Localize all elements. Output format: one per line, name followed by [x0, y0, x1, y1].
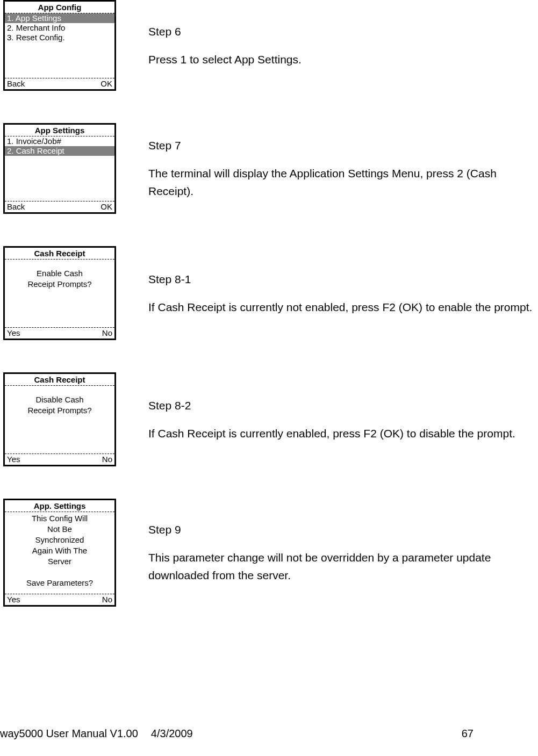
message-line: Server	[9, 556, 110, 567]
menu-item[interactable]: 2. Cash Receipt	[5, 146, 114, 156]
step-row: Cash ReceiptDisable CashReceipt Prompts?…	[0, 372, 538, 466]
terminal-screen: App Config1. App Settings2. Merchant Inf…	[3, 0, 116, 91]
softkey-left[interactable]: Yes	[7, 594, 20, 605]
screen-footer: YesNo	[5, 327, 114, 339]
softkey-left[interactable]: Yes	[7, 328, 20, 339]
footer-manual: way5000 User Manual V1.00	[0, 728, 138, 740]
message-line	[9, 567, 110, 578]
screen-message: Enable CashReceipt Prompts?	[5, 260, 114, 327]
screen-body: Disable CashReceipt Prompts?	[5, 386, 114, 453]
menu-item[interactable]: 2. Merchant Info	[5, 23, 114, 33]
message-line: Disable Cash	[9, 394, 110, 405]
footer-page-number: 67	[462, 728, 474, 740]
step-description: Step 7The terminal will display the Appl…	[148, 136, 538, 200]
screen-title: Cash Receipt	[5, 248, 114, 260]
step-title: Step 8-2	[148, 397, 538, 415]
screen-body: Enable CashReceipt Prompts?	[5, 260, 114, 327]
footer-date: 4/3/2009	[151, 728, 193, 740]
terminal-screen: Cash ReceiptEnable CashReceipt Prompts?Y…	[3, 246, 116, 340]
screen-body: 1. Invoice/Job#2. Cash Receipt	[5, 136, 114, 201]
menu-item[interactable]: 1. Invoice/Job#	[5, 136, 114, 146]
menu-item[interactable]: 3. Reset Config.	[5, 33, 114, 42]
step-description: Step 9This parameter change will not be …	[148, 521, 538, 585]
screen-body: 1. App Settings2. Merchant Info3. Reset …	[5, 13, 114, 78]
screen-footer: BackOK	[5, 78, 114, 89]
step-description: Step 8-1If Cash Receipt is currently not…	[148, 270, 538, 316]
step-row: App. SettingsThis Config WillNot BeSynch…	[0, 499, 538, 607]
softkey-left[interactable]: Back	[7, 201, 25, 212]
step-title: Step 7	[148, 136, 538, 155]
screen-footer: YesNo	[5, 453, 114, 465]
step-text: If Cash Receipt is currently not enabled…	[148, 298, 538, 316]
menu-list: 1. App Settings2. Merchant Info3. Reset …	[5, 13, 114, 78]
screen-message: Disable CashReceipt Prompts?	[5, 386, 114, 453]
menu-item[interactable]: 1. App Settings	[5, 13, 114, 23]
message-line: Save Parameters?	[9, 578, 110, 588]
step-row: Cash ReceiptEnable CashReceipt Prompts?Y…	[0, 246, 538, 340]
softkey-right[interactable]: No	[102, 454, 112, 465]
softkey-right[interactable]: No	[102, 594, 112, 605]
screen-footer: YesNo	[5, 594, 114, 605]
step-text: This parameter change will not be overri…	[148, 549, 538, 585]
message-line: Receipt Prompts?	[9, 279, 110, 290]
terminal-screen: App. SettingsThis Config WillNot BeSynch…	[3, 499, 116, 607]
step-row: App Config1. App Settings2. Merchant Inf…	[0, 0, 538, 91]
softkey-left[interactable]: Back	[7, 78, 25, 89]
message-line: Synchronized	[9, 535, 110, 545]
step-description: Step 8-2If Cash Receipt is currently ena…	[148, 397, 538, 442]
screen-title: App Config	[5, 2, 114, 13]
step-text: If Cash Receipt is currently enabled, pr…	[148, 424, 538, 443]
message-line: Again With The	[9, 545, 110, 556]
step-title: Step 6	[148, 23, 538, 41]
step-row: App Settings1. Invoice/Job#2. Cash Recei…	[0, 123, 538, 214]
screen-message: This Config WillNot BeSynchronizedAgain …	[5, 512, 114, 594]
menu-list: 1. Invoice/Job#2. Cash Receipt	[5, 136, 114, 201]
screen-footer: BackOK	[5, 201, 114, 212]
message-line: This Config Will	[9, 513, 110, 524]
step-description: Step 6Press 1 to select App Settings.	[148, 23, 538, 68]
step-text: The terminal will display the Applicatio…	[148, 164, 538, 200]
softkey-right[interactable]: No	[102, 328, 112, 339]
message-line: Enable Cash	[9, 268, 110, 279]
screen-title: Cash Receipt	[5, 374, 114, 386]
message-line: Receipt Prompts?	[9, 405, 110, 416]
softkey-right[interactable]: OK	[101, 201, 112, 212]
screen-title: App. Settings	[5, 500, 114, 512]
softkey-left[interactable]: Yes	[7, 454, 20, 465]
step-title: Step 8-1	[148, 270, 538, 289]
terminal-screen: Cash ReceiptDisable CashReceipt Prompts?…	[3, 372, 116, 466]
page-footer: way5000 User Manual V1.00 4/3/2009 67	[0, 728, 538, 740]
screen-body: This Config WillNot BeSynchronizedAgain …	[5, 512, 114, 594]
message-line: Not Be	[9, 524, 110, 535]
terminal-screen: App Settings1. Invoice/Job#2. Cash Recei…	[3, 123, 116, 214]
step-text: Press 1 to select App Settings.	[148, 51, 538, 69]
screen-title: App Settings	[5, 125, 114, 136]
step-title: Step 9	[148, 521, 538, 539]
softkey-right[interactable]: OK	[101, 78, 112, 89]
